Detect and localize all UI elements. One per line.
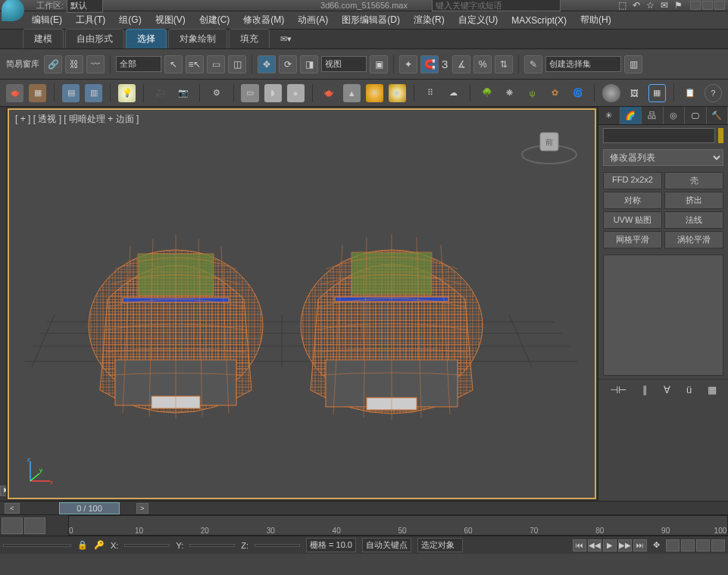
- mini-curve-icon[interactable]: [24, 517, 45, 534]
- menu-item[interactable]: 图形编辑器(D): [342, 14, 400, 27]
- render-frame-icon[interactable]: ▦: [648, 84, 666, 102]
- modifier-button[interactable]: 对称: [603, 192, 662, 209]
- nav-icon[interactable]: [711, 539, 725, 552]
- perspective-viewport[interactable]: [ + ] [ 透视 ] [ 明暗处理 + 边面 ] 前: [8, 108, 596, 499]
- maximize-button[interactable]: [702, 1, 713, 10]
- qat-icon[interactable]: ☆: [646, 0, 655, 11]
- unlink-icon[interactable]: ⛓: [65, 55, 83, 73]
- modify-tab-icon[interactable]: 🌈: [620, 107, 642, 124]
- tab-freeform[interactable]: 自由形式: [65, 29, 124, 48]
- grass-icon[interactable]: ψ: [523, 84, 541, 102]
- cog-icon[interactable]: ⚙: [208, 84, 225, 102]
- timeline-start-icon[interactable]: <: [5, 503, 20, 514]
- teapot-icon[interactable]: 🫖: [6, 84, 23, 102]
- play-icon[interactable]: ▶: [603, 539, 617, 552]
- link-icon[interactable]: 🔗: [44, 55, 62, 73]
- pin-stack-icon[interactable]: ⊣⊢: [610, 384, 626, 395]
- layer-icon[interactable]: ▥: [85, 84, 102, 102]
- leaf-icon[interactable]: ✿: [546, 84, 564, 102]
- percent-snap-icon[interactable]: %: [473, 55, 492, 73]
- close-button[interactable]: [714, 1, 725, 10]
- camera-icon[interactable]: 🎥: [152, 84, 169, 102]
- help-icon[interactable]: ?: [705, 84, 722, 102]
- hierarchy-tab-icon[interactable]: 品: [642, 107, 664, 124]
- modifier-list-dropdown[interactable]: 修改器列表: [603, 149, 723, 166]
- utilities-tab-icon[interactable]: 🔨: [707, 107, 729, 124]
- menu-item[interactable]: 帮助(H): [580, 14, 611, 27]
- camera-icon[interactable]: 📷: [174, 84, 192, 102]
- configure-icon[interactable]: ▦: [708, 384, 717, 395]
- snap-toggle-icon[interactable]: 🧲: [420, 55, 439, 73]
- prev-frame-icon[interactable]: ◀◀: [588, 539, 601, 552]
- move-icon[interactable]: ✥: [258, 55, 276, 73]
- dome-icon[interactable]: ◗: [264, 84, 282, 102]
- nav-icon[interactable]: [681, 539, 695, 552]
- nav-icon[interactable]: [696, 539, 710, 552]
- layer-icon[interactable]: ▤: [62, 84, 80, 102]
- goto-end-icon[interactable]: ⏭: [633, 539, 647, 552]
- cloud-icon[interactable]: ☁: [445, 84, 462, 102]
- mini-curve-icon[interactable]: [2, 517, 23, 534]
- rotate-icon[interactable]: ⟳: [279, 55, 297, 73]
- tree-icon[interactable]: 🌳: [478, 84, 495, 102]
- swirl-icon[interactable]: 🌀: [569, 84, 586, 102]
- cone-icon[interactable]: ▲: [343, 84, 361, 102]
- modifier-button[interactable]: 壳: [664, 172, 723, 189]
- z-input[interactable]: [255, 544, 300, 547]
- pivot-icon[interactable]: ▣: [370, 55, 388, 73]
- menu-item[interactable]: 动画(A): [298, 14, 328, 27]
- refcoord-dropdown[interactable]: 视图: [321, 56, 367, 72]
- timeline-end-icon[interactable]: >: [136, 503, 148, 514]
- window-crossing-icon[interactable]: ◫: [228, 55, 246, 73]
- scale-icon[interactable]: ◨: [300, 55, 318, 73]
- selection-filter-dropdown[interactable]: 全部: [116, 56, 161, 72]
- menu-item[interactable]: 修改器(M): [243, 14, 284, 27]
- nav-icon[interactable]: [666, 539, 680, 552]
- y-input[interactable]: [189, 544, 235, 547]
- clipboard-icon[interactable]: 📋: [682, 84, 699, 102]
- sphere2-icon[interactable]: [602, 84, 620, 102]
- object-color-swatch[interactable]: [718, 128, 723, 143]
- sun-icon[interactable]: ☀: [366, 84, 383, 102]
- modifier-button[interactable]: 涡轮平滑: [664, 231, 723, 248]
- angle-snap-icon[interactable]: ∡: [452, 55, 470, 73]
- modifier-button[interactable]: FFD 2x2x2: [603, 172, 662, 189]
- cursor-icon[interactable]: ✥: [653, 540, 660, 550]
- car-wireframe-left[interactable]: [70, 208, 282, 443]
- select-object-icon[interactable]: ↖: [164, 55, 183, 73]
- bind-icon[interactable]: 〰: [86, 55, 105, 73]
- qat-icon[interactable]: ✉: [661, 0, 668, 11]
- ribbon-arrow-icon[interactable]: ✉▾: [280, 34, 292, 44]
- tab-populate[interactable]: 填充: [229, 29, 270, 48]
- show-end-icon[interactable]: ∥: [642, 384, 648, 395]
- car-wireframe-right[interactable]: [282, 208, 501, 443]
- render-setup-icon[interactable]: 🖼: [626, 84, 643, 102]
- sphere-icon[interactable]: ●: [287, 84, 305, 102]
- selkey-dropdown[interactable]: 选定对象: [417, 538, 463, 552]
- qat-icon[interactable]: ⚑: [674, 0, 683, 11]
- mirror-icon[interactable]: ▥: [624, 55, 642, 73]
- menu-item[interactable]: 视图(V): [155, 14, 186, 27]
- workspace-dropdown[interactable]: 默认: [67, 0, 103, 13]
- particles-icon[interactable]: ⠿: [422, 84, 439, 102]
- light-icon[interactable]: 💡: [118, 84, 136, 102]
- display-tab-icon[interactable]: 🖵: [685, 107, 707, 124]
- search-input[interactable]: [432, 0, 561, 11]
- manipulate-icon[interactable]: ✦: [399, 55, 417, 73]
- motion-tab-icon[interactable]: ◎: [664, 107, 686, 124]
- remove-icon[interactable]: ü: [686, 384, 692, 395]
- modifier-button[interactable]: 网格平滑: [603, 231, 662, 248]
- next-frame-icon[interactable]: ▶▶: [618, 539, 632, 552]
- sample-icon[interactable]: ▦: [29, 84, 46, 102]
- menu-item[interactable]: 创建(C): [199, 14, 230, 27]
- tab-modeling[interactable]: 建模: [23, 29, 64, 48]
- menu-item[interactable]: 渲染(R): [414, 14, 445, 27]
- qat-icon[interactable]: ↶: [633, 0, 640, 11]
- modifier-button[interactable]: 法线: [664, 211, 723, 229]
- frame-indicator[interactable]: 0 / 100: [59, 502, 120, 514]
- time-slider[interactable]: < 0 / 100 >: [0, 501, 728, 514]
- teapot-wire-icon[interactable]: 🫖: [320, 84, 338, 102]
- edit-selset-icon[interactable]: ✎: [524, 55, 542, 73]
- spinner-snap-icon[interactable]: ⇅: [495, 55, 513, 73]
- create-tab-icon[interactable]: ✳: [598, 107, 620, 124]
